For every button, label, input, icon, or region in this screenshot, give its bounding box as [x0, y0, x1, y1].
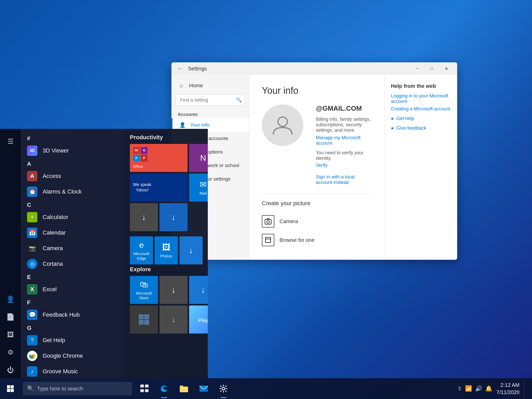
app-label-calendar: Calendar	[43, 229, 66, 236]
taskbar-file-explorer-button[interactable]	[175, 378, 193, 399]
app-item-camera[interactable]: 📷 Camera	[21, 241, 125, 256]
help-link-creating-account[interactable]: Creating a Microsoft account	[391, 106, 451, 112]
app-label-access: Access	[43, 173, 61, 179]
home-icon: ⌂	[178, 83, 185, 89]
app-label-cortana: Cortana	[43, 261, 63, 267]
tile-explore-download2[interactable]: ↓	[189, 276, 208, 304]
app-item-get-help[interactable]: ? Get Help	[21, 332, 125, 348]
taskbar-task-view-button[interactable]	[135, 378, 154, 399]
settings-window: ← Settings − □ ✕ ⌂ Home 🔍 Accounts 👤 You…	[171, 62, 457, 260]
taskbar-edge-icon[interactable]	[155, 378, 174, 399]
window-controls: − □ ✕	[410, 64, 453, 73]
give-feedback-button[interactable]: ● Give feedback	[391, 125, 451, 131]
tile-purple-app[interactable]: N	[189, 144, 208, 172]
tile-download2[interactable]: ↓	[159, 203, 188, 231]
network-icon[interactable]: 📶	[465, 385, 472, 392]
tile-explore-app1[interactable]	[130, 305, 158, 334]
app-item-excel[interactable]: X Excel	[21, 282, 125, 297]
app-item-3d-viewer[interactable]: 3D 3D Viewer	[21, 143, 125, 158]
notification-icon[interactable]: 🔔	[485, 385, 492, 392]
manage-account-link[interactable]: Manage my Microsoft account	[316, 135, 361, 146]
svg-rect-16	[200, 385, 208, 392]
app-item-feedback-hub[interactable]: 💬 Feedback Hub	[21, 307, 125, 323]
svg-point-2	[267, 221, 269, 223]
app-label-3d-viewer: 3D Viewer	[43, 147, 69, 154]
browse-svg-icon	[264, 236, 272, 244]
tile-play[interactable]: Play	[189, 305, 208, 334]
sign-in-local-link[interactable]: Sign in with a local account instead	[316, 174, 372, 185]
svg-rect-8	[11, 385, 14, 388]
get-help-button[interactable]: ● Get help	[391, 116, 451, 121]
power-button[interactable]: ⏻	[2, 362, 19, 378]
help-title: Help from the web	[391, 83, 451, 89]
volume-icon[interactable]: 🔊	[475, 385, 482, 392]
tile-download1[interactable]: ↓	[130, 203, 158, 231]
back-button[interactable]: ←	[176, 64, 184, 73]
tile-photos[interactable]: 🖼 Photos	[155, 236, 178, 264]
tile-we-speak-yahoo[interactable]: We speakYahoo!	[130, 174, 188, 202]
help-panel: Help from the web Logging in to your Mic…	[384, 75, 457, 260]
tile-explore-app2[interactable]: ↓	[159, 305, 188, 334]
camera-icon	[262, 215, 274, 228]
taskbar-search-box[interactable]: 🔍 Type here to search	[23, 382, 132, 395]
app-icon-excel: X	[27, 284, 37, 295]
titlebar-left: ← Settings	[176, 64, 207, 73]
start-button[interactable]	[0, 378, 21, 399]
sidebar-search-input[interactable]	[176, 94, 245, 106]
taskbar-settings-button[interactable]	[214, 378, 233, 399]
edge-active-indicator	[161, 397, 167, 398]
app-item-alarms-clock[interactable]: ⏰ Alarms & Clock	[21, 184, 125, 200]
svg-rect-14	[145, 389, 149, 392]
app-item-google-chrome[interactable]: Google Chrome	[21, 348, 125, 364]
tile-office[interactable]: W N P P Office	[130, 144, 188, 172]
app-label-groove-music: Groove Music	[43, 368, 78, 375]
taskbar-mail-button[interactable]	[194, 378, 213, 399]
app-item-access[interactable]: A Access	[21, 168, 125, 184]
svg-point-0	[278, 117, 287, 127]
give-feedback-icon: ●	[391, 125, 394, 131]
show-hidden-icons-button[interactable]: ⇧	[457, 385, 462, 392]
tile-microsoft-edge[interactable]: e Microsoft Edge	[130, 236, 153, 264]
section-header-a: A	[21, 158, 125, 168]
tile-download-blue[interactable]: ↓	[179, 236, 203, 264]
taskbar-clock[interactable]: 2:12 AM 7/11/2020	[496, 381, 520, 396]
section-divider	[262, 194, 372, 194]
app-label-feedback-hub: Feedback Hub	[43, 311, 80, 318]
app-icon-calculator: +	[27, 212, 37, 222]
help-link-logging-in[interactable]: Logging in to your Microsoft account	[391, 93, 451, 104]
user-account-button[interactable]: 👤	[2, 291, 19, 308]
tile-mail[interactable]: ✉ Mail	[189, 174, 208, 202]
tile-microsoft-store[interactable]: 🛍 Microsoft Store	[130, 276, 158, 304]
sidebar-your-info-label: Your info	[190, 122, 209, 128]
app-item-calculator[interactable]: + Calculator	[21, 209, 125, 225]
app-item-calendar[interactable]: 📅 Calendar	[21, 225, 125, 241]
camera-option[interactable]: Camera	[262, 212, 372, 231]
minimize-button[interactable]: −	[410, 64, 424, 73]
maximize-button[interactable]: □	[425, 64, 438, 73]
verify-text: You need to verify your identity.	[316, 150, 372, 161]
svg-rect-15	[180, 387, 188, 392]
productivity-section-title: Productivity	[130, 134, 203, 141]
documents-button[interactable]: 📄	[2, 309, 19, 325]
mail-taskbar-icon	[199, 384, 208, 393]
tile-explore-download1[interactable]: ↓	[159, 276, 188, 304]
app-item-cortana[interactable]: ◎ Cortana	[21, 256, 125, 272]
settings-button[interactable]: ⚙	[2, 344, 19, 361]
verify-link[interactable]: Verify	[316, 163, 328, 168]
pictures-button[interactable]: 🖼	[2, 326, 19, 343]
window-titlebar: ← Settings − □ ✕	[171, 62, 457, 75]
create-picture-title: Create your picture	[262, 200, 372, 207]
show-desktop-button[interactable]	[524, 378, 528, 399]
close-button[interactable]: ✕	[440, 64, 453, 73]
svg-rect-10	[11, 389, 14, 392]
app-icon-3d-viewer: 3D	[27, 145, 37, 156]
sidebar-home-item[interactable]: ⌂ Home	[171, 79, 249, 92]
section-header-e: E	[21, 272, 125, 282]
start-tiles-panel: Productivity W N P P Office N	[125, 129, 208, 378]
browse-option[interactable]: Browse for one	[262, 231, 372, 249]
app-label-alarms-clock: Alarms & Clock	[43, 188, 82, 195]
tile-store-label: Microsoft Store	[132, 291, 156, 300]
app-item-groove-music[interactable]: ♪ Groove Music	[21, 364, 125, 378]
hamburger-menu-button[interactable]: ☰	[2, 133, 19, 150]
app-icon-camera: 📷	[27, 243, 37, 254]
